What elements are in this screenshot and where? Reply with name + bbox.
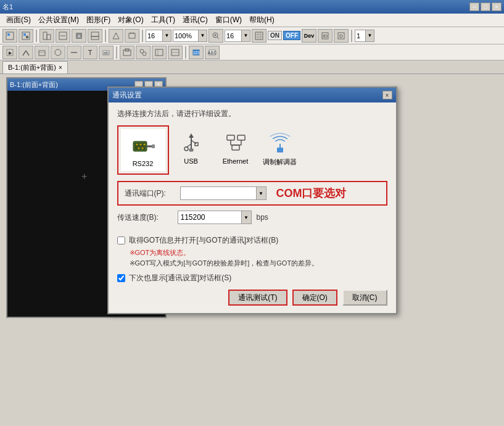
t2-btn3[interactable] bbox=[35, 46, 49, 59]
modem-label: 调制解调器 bbox=[263, 157, 297, 167]
checkbox1[interactable] bbox=[117, 236, 125, 244]
t2-sep1 bbox=[116, 46, 117, 59]
toolbar-btn-3[interactable] bbox=[39, 29, 54, 43]
usb-label: USB bbox=[184, 157, 198, 165]
menu-object[interactable]: 对象(O) bbox=[114, 14, 147, 27]
menu-help[interactable]: 帮助(H) bbox=[246, 14, 278, 27]
minimize-button[interactable]: ─ bbox=[469, 2, 479, 11]
port-section: 通讯端口(P): ▼ COM口要选对 bbox=[117, 181, 387, 206]
num-combo[interactable]: 1 bbox=[355, 30, 366, 42]
t2-btn5[interactable] bbox=[67, 46, 81, 59]
t2-num-btn[interactable]: 123 bbox=[189, 46, 204, 59]
svg-rect-1 bbox=[7, 33, 10, 36]
toolbar-btn-8[interactable] bbox=[125, 29, 139, 43]
menu-graphic[interactable]: 图形(F) bbox=[83, 14, 114, 27]
tab-main[interactable]: B-1:(前面+背面) × bbox=[2, 61, 68, 73]
svg-point-55 bbox=[136, 144, 138, 146]
svg-rect-68 bbox=[189, 149, 193, 151]
svg-line-32 bbox=[23, 51, 26, 56]
svg-rect-34 bbox=[39, 51, 45, 56]
main-area: B-1:(前面+背面) ─ □ × + 通讯设置 × 选择连接方法后，请进行详细… bbox=[0, 74, 504, 426]
size-combo-2-arrow[interactable]: ▼ bbox=[242, 30, 250, 42]
zoom-combo-arrow[interactable]: ▼ bbox=[199, 30, 207, 42]
t2-btn4[interactable] bbox=[51, 46, 65, 59]
toolbar-btn-d[interactable]: D bbox=[334, 29, 349, 43]
ok-button[interactable]: 确定(O) bbox=[292, 290, 337, 306]
svg-text:ID: ID bbox=[323, 33, 328, 39]
t2-btn2[interactable] bbox=[19, 46, 33, 59]
usb-icon bbox=[179, 130, 204, 155]
checkbox2-label: 下次也显示[通讯设置]对话框(S) bbox=[129, 273, 232, 283]
t2-btn7[interactable]: ab bbox=[99, 46, 114, 59]
checkbox2[interactable] bbox=[117, 274, 125, 282]
ethernet-label: Ethernet bbox=[223, 157, 249, 165]
menu-common[interactable]: 公共设置(M) bbox=[35, 14, 83, 27]
bps-label: bps bbox=[257, 213, 268, 222]
size-combo-1-arrow[interactable]: ▼ bbox=[163, 30, 171, 42]
port-select-arrow[interactable]: ▼ bbox=[256, 187, 266, 199]
svg-point-59 bbox=[141, 148, 143, 149]
svg-rect-76 bbox=[277, 148, 283, 152]
cancel-button[interactable]: 取消(C) bbox=[342, 290, 387, 306]
dev-btn[interactable]: Dev bbox=[302, 29, 316, 43]
toolbar-btn-4[interactable] bbox=[56, 29, 70, 43]
svg-rect-41 bbox=[123, 50, 131, 56]
size-combo-2[interactable]: 16 bbox=[225, 30, 242, 42]
menu-window[interactable]: 窗口(W) bbox=[212, 14, 246, 27]
t2-btn10[interactable] bbox=[152, 46, 167, 59]
rs232-border: RS232 bbox=[117, 125, 169, 175]
port-select[interactable]: ▼ bbox=[180, 186, 266, 200]
toolbar-btn-id[interactable]: ID bbox=[318, 29, 333, 43]
t2-txt-btn[interactable]: ABC bbox=[205, 46, 220, 59]
t2-btn1[interactable]: ▶ bbox=[2, 46, 17, 59]
dialog-title-bar: 通讯设置 × bbox=[109, 88, 396, 102]
toolbar2: ▶ T ab 123 ABC bbox=[0, 44, 504, 61]
toolbar-btn-6[interactable] bbox=[88, 29, 102, 43]
speed-select-arrow[interactable]: ▼ bbox=[241, 211, 251, 223]
svg-rect-5 bbox=[43, 32, 47, 40]
menu-screen[interactable]: 画面(S) bbox=[2, 14, 35, 27]
svg-rect-21 bbox=[255, 32, 263, 40]
svg-text:D: D bbox=[339, 33, 343, 39]
conn-rs232[interactable]: RS232 bbox=[121, 129, 165, 171]
off-button[interactable]: OFF bbox=[283, 31, 300, 40]
size-field-1: 16 ▼ bbox=[146, 30, 171, 42]
t2-btn8[interactable] bbox=[120, 46, 134, 59]
svg-point-44 bbox=[143, 52, 146, 56]
size-combo-1[interactable]: 16 bbox=[146, 30, 163, 42]
zoom-combo[interactable]: 100% bbox=[173, 30, 199, 42]
dialog-close-button[interactable]: × bbox=[382, 91, 392, 99]
menu-tools[interactable]: 工具(T) bbox=[147, 14, 179, 27]
maximize-button[interactable]: □ bbox=[481, 2, 490, 11]
t2-btn6[interactable]: T bbox=[83, 46, 97, 59]
conn-modem[interactable]: 调制解调器 bbox=[258, 125, 302, 172]
speed-row: 传送速度(B): 115200 ▼ bps bbox=[117, 211, 387, 224]
speed-select[interactable]: 115200 ▼ bbox=[178, 211, 252, 224]
toolbar-btn-5[interactable]: A bbox=[72, 29, 86, 43]
close-button[interactable]: × bbox=[492, 2, 502, 11]
grid-btn[interactable] bbox=[252, 29, 266, 43]
on-button[interactable]: ON bbox=[268, 31, 282, 40]
t2-btn9[interactable] bbox=[136, 46, 151, 59]
port-combo-wrapper: ▼ bbox=[180, 186, 266, 200]
svg-text:ABC: ABC bbox=[208, 51, 217, 55]
num-combo-arrow[interactable]: ▼ bbox=[366, 30, 374, 42]
conn-ethernet[interactable]: Ethernet bbox=[213, 125, 258, 170]
svg-rect-4 bbox=[26, 36, 28, 38]
toolbar-btn-1[interactable] bbox=[2, 29, 17, 43]
svg-rect-70 bbox=[238, 135, 245, 140]
svg-point-36 bbox=[55, 49, 61, 56]
rs232-icon bbox=[131, 133, 155, 157]
svg-point-58 bbox=[138, 148, 139, 149]
dialog-body: 选择连接方法后，请进行详细设置。 bbox=[109, 102, 396, 313]
toolbar-btn-2[interactable] bbox=[19, 29, 33, 43]
dialog-title-text: 通讯设置 bbox=[112, 90, 382, 101]
menu-comm[interactable]: 通讯(C) bbox=[179, 14, 212, 27]
conn-usb[interactable]: USB bbox=[169, 125, 213, 170]
modem-icon bbox=[268, 130, 292, 155]
comm-test-button[interactable]: 通讯测试(T) bbox=[228, 290, 287, 306]
zoom-in-btn[interactable] bbox=[209, 29, 223, 43]
t2-btn11[interactable] bbox=[168, 46, 183, 59]
toolbar-btn-7[interactable] bbox=[109, 29, 123, 43]
tab-close-btn[interactable]: × bbox=[59, 64, 62, 71]
